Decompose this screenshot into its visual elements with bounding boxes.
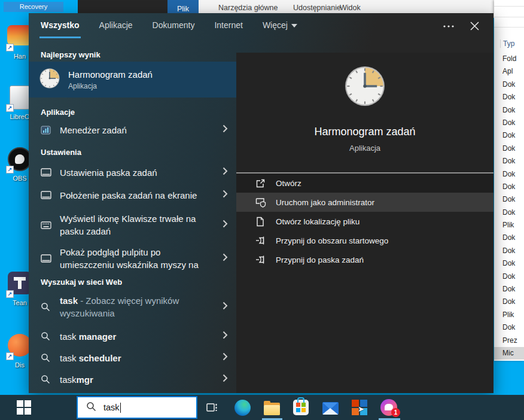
explorer-type-row[interactable]: Dok: [494, 142, 524, 155]
action-open[interactable]: Otwórz: [236, 174, 493, 193]
cursor-icon: ➤: [358, 404, 364, 413]
action-pin-to-start[interactable]: Przypnij do obszaru startowego: [236, 231, 493, 250]
web-search-task-scheduler[interactable]: task scheduler: [29, 348, 236, 367]
start-button[interactable]: [17, 400, 31, 415]
result-task-manager[interactable]: Menedżer zadań: [29, 120, 236, 140]
store-icon[interactable]: [293, 399, 309, 416]
search-input-value[interactable]: task: [103, 403, 120, 412]
explorer-type-row[interactable]: Dok: [494, 296, 524, 308]
tab-dokumenty[interactable]: Dokumenty: [153, 20, 195, 36]
explorer-type-row[interactable]: Apl: [494, 65, 524, 78]
explorer-type-row[interactable]: Dok: [494, 181, 524, 193]
file-explorer-icon[interactable]: [263, 399, 280, 416]
explorer-tab-udostepnianie[interactable]: Udostępnianie: [293, 4, 341, 12]
explorer-type-row[interactable]: Prez: [494, 334, 524, 347]
keyboard-icon: [41, 221, 53, 229]
explorer-type-row[interactable]: Dok: [494, 155, 524, 168]
taskbar-monitor-icon: [41, 254, 53, 263]
tab-wiecej[interactable]: Więcej: [263, 20, 297, 36]
explorer-tab-narzedzia[interactable]: Narzędzia główne: [218, 4, 278, 12]
chevron-right-icon[interactable]: [223, 352, 228, 363]
taskbar-monitor-icon: [41, 191, 53, 199]
mail-icon[interactable]: [322, 399, 339, 416]
explorer-type-row[interactable]: Dok: [494, 129, 524, 142]
setting-desktop-peek[interactable]: Pokaż podgląd pulpitu po umieszczeniu ws…: [29, 242, 236, 275]
explorer-type-row[interactable]: Dok: [494, 91, 524, 104]
detail-subtitle: Aplikacja: [236, 144, 493, 153]
explorer-type-row[interactable]: Dok: [494, 257, 524, 270]
task-manager-icon: [41, 125, 53, 135]
task-scheduler-clock-icon: [39, 68, 60, 91]
best-result-row[interactable]: Harmonogram zadań Aplikacja: [29, 62, 236, 98]
tab-internet[interactable]: Internet: [214, 20, 242, 36]
explorer-pane: Typ FoldAplDokDokDokDokDokDokDokDokDokDo…: [494, 0, 524, 361]
screen: Plik Narzędzia główne Udostępnianie Wido…: [0, 0, 524, 420]
file-location-icon: [255, 217, 266, 227]
chevron-right-icon[interactable]: [223, 124, 228, 135]
explorer-type-row[interactable]: Plik: [494, 309, 524, 321]
web-search-task[interactable]: task - Zobacz więcej wyników wyszukiwani…: [29, 292, 236, 322]
desktop-label-recovery[interactable]: Recovery: [4, 2, 63, 12]
web-search-task-manager[interactable]: task manager: [29, 327, 236, 346]
chevron-right-icon[interactable]: [223, 302, 228, 312]
chevron-right-icon[interactable]: [223, 253, 228, 264]
setting-taskbar-position[interactable]: Położenie paska zadań na ekranie: [29, 184, 236, 206]
taskbar-search-box[interactable]: task: [77, 396, 197, 419]
tab-aplikacje[interactable]: Aplikacje: [99, 20, 133, 36]
explorer-type-row[interactable]: Dok: [494, 117, 524, 129]
open-icon: [255, 178, 266, 188]
ellipsis-icon[interactable]: [443, 25, 455, 28]
section-settings: Ustawienia: [41, 148, 81, 157]
tab-wszystko[interactable]: Wszystko: [41, 20, 80, 36]
best-result-subtitle: Aplikacja: [68, 82, 153, 90]
search-icon: [41, 353, 53, 363]
explorer-type-row[interactable]: Dok: [494, 78, 524, 91]
explorer-type-row[interactable]: Dok: [494, 232, 524, 244]
explorer-type-row[interactable]: Dok: [494, 168, 524, 181]
explorer-type-row[interactable]: Dok: [494, 270, 524, 283]
edge-icon[interactable]: [234, 399, 251, 416]
search-flyout: Wszystko Aplikacje Dokumenty Internet Wi…: [29, 13, 493, 393]
chevron-right-icon[interactable]: [223, 374, 228, 385]
search-tabs: Wszystko Aplikacje Dokumenty Internet Wi…: [41, 20, 317, 36]
text-caret: [120, 403, 121, 413]
explorer-titlebar: [78, 0, 167, 13]
office-icon[interactable]: ➤: [351, 399, 368, 416]
taskbar-monitor-icon: [41, 168, 53, 176]
action-open-file-location[interactable]: Otwórz lokalizację pliku: [236, 212, 493, 231]
best-result-title: Harmonogram zadań: [68, 69, 153, 80]
shortcut-arrow-icon: ↗: [6, 104, 14, 112]
explorer-type-row[interactable]: Plik: [494, 219, 524, 232]
section-best-result: Najlepszy wynik: [41, 50, 100, 59]
chevron-right-icon[interactable]: [223, 220, 228, 230]
explorer-type-row[interactable]: Mic: [494, 347, 524, 360]
explorer-type-row[interactable]: Dok: [494, 193, 524, 206]
shortcut-arrow-icon: ↗: [6, 44, 14, 51]
chevron-right-icon[interactable]: [223, 190, 228, 200]
explorer-tab-widok[interactable]: Widok: [340, 4, 361, 12]
action-pin-to-taskbar[interactable]: Przypnij do paska zadań: [236, 250, 493, 269]
messenger-icon[interactable]: 1: [380, 399, 397, 416]
chevron-right-icon[interactable]: [223, 167, 228, 178]
result-detail-card: Harmonogram zadań Aplikacja Otwórz Uruch…: [236, 53, 493, 393]
explorer-type-row[interactable]: Dok: [494, 283, 524, 296]
explorer-column-header-typ[interactable]: Typ: [500, 39, 514, 48]
explorer-type-column: FoldAplDokDokDokDokDokDokDokDokDokDokDok…: [494, 53, 524, 360]
task-view-icon[interactable]: [203, 399, 220, 416]
web-search-taskmgr[interactable]: taskmgr: [29, 370, 236, 389]
explorer-type-row[interactable]: Dok: [494, 104, 524, 117]
shortcut-arrow-icon: ↗: [6, 166, 14, 174]
explorer-type-row[interactable]: Dok: [494, 245, 524, 257]
chevron-down-icon: [291, 24, 297, 28]
section-web-search: Wyszukaj w sieci Web: [41, 278, 122, 287]
action-run-as-admin[interactable]: Uruchom jako administrator: [236, 193, 493, 212]
chevron-right-icon[interactable]: [223, 331, 228, 342]
setting-taskbar-settings[interactable]: Ustawienia paska zadań: [29, 162, 236, 183]
search-icon: [41, 331, 53, 341]
explorer-type-row[interactable]: Dok: [494, 321, 524, 334]
close-icon[interactable]: [470, 22, 479, 31]
explorer-type-row[interactable]: Dok: [494, 206, 524, 219]
setting-sticky-keys-icon[interactable]: Wyświetl ikonę Klawisze trwałe na pasku …: [29, 208, 236, 242]
taskbar: task ➤ 1: [0, 395, 524, 420]
explorer-type-row[interactable]: Fold: [494, 53, 524, 65]
